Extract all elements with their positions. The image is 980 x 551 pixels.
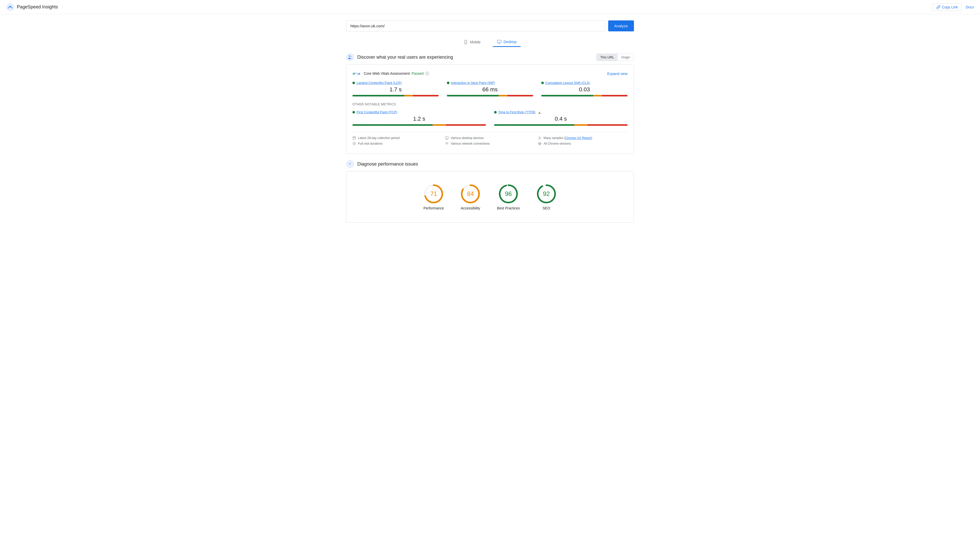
this-url-tab[interactable]: This URL bbox=[597, 54, 617, 61]
users-icon bbox=[538, 136, 542, 140]
other-metrics-grid: First Contentful Paint (FCP) 1.2 s Time … bbox=[352, 110, 628, 126]
other-metrics-label: OTHER NOTABLE METRICS bbox=[352, 103, 628, 106]
best-practices-circle: 96 bbox=[498, 184, 519, 204]
diagnose-section-header: Diagnose performance issues bbox=[346, 160, 634, 168]
url-input[interactable] bbox=[346, 21, 605, 32]
section-title-group: Discover what your real users are experi… bbox=[346, 53, 453, 61]
seo-circle: 92 bbox=[536, 184, 557, 204]
bar-ok bbox=[499, 95, 508, 97]
link-icon bbox=[936, 5, 940, 9]
bar-good bbox=[494, 124, 574, 126]
footer-col-1: Latest 28-day collection period Full vis… bbox=[352, 136, 442, 148]
svg-rect-11 bbox=[353, 137, 356, 139]
docs-link[interactable]: Docs bbox=[966, 5, 974, 9]
svg-point-10 bbox=[359, 73, 360, 74]
mobile-icon bbox=[463, 40, 468, 44]
diagnose-title-group: Diagnose performance issues bbox=[346, 160, 418, 168]
metric-ttfb-name[interactable]: Time to First Byte (TTFB) ▲ bbox=[494, 110, 628, 114]
metric-fcp-dot bbox=[352, 111, 355, 114]
metric-inp: Interaction to Next Paint (INP) 66 ms bbox=[447, 81, 533, 97]
bar-good bbox=[447, 95, 499, 97]
svg-point-1 bbox=[10, 6, 11, 7]
score-accessibility: 84 Accessibility bbox=[460, 184, 480, 210]
metric-cls-dot bbox=[541, 82, 544, 84]
metric-fcp-bar bbox=[352, 124, 486, 126]
ttfb-warn-icon: ▲ bbox=[538, 110, 541, 114]
footer-item-duration: Full visit durations bbox=[352, 142, 442, 145]
diagnose-icon bbox=[346, 160, 354, 168]
diagnose-title: Diagnose performance issues bbox=[357, 162, 418, 167]
svg-point-14 bbox=[539, 137, 540, 138]
desktop-icon bbox=[497, 40, 501, 44]
copy-link-button[interactable]: Copy Link bbox=[932, 3, 962, 11]
metric-inp-dot bbox=[447, 82, 449, 84]
metric-inp-bar bbox=[447, 95, 533, 97]
score-seo: 92 SEO bbox=[536, 184, 557, 210]
bar-good bbox=[352, 124, 433, 126]
copy-link-label: Copy Link bbox=[942, 5, 958, 9]
bar-bad bbox=[587, 124, 628, 126]
metric-fcp-name[interactable]: First Contentful Paint (FCP) bbox=[352, 110, 486, 114]
tab-desktop[interactable]: Desktop bbox=[493, 38, 520, 47]
cwv-title-group: Core Web Vitals Assessment: Passed ⓘ bbox=[352, 71, 429, 77]
metric-inp-name[interactable]: Interaction to Next Paint (INP) bbox=[447, 81, 533, 85]
svg-point-5 bbox=[349, 56, 350, 57]
footer-item-network: Various network connections bbox=[445, 142, 535, 145]
bar-bad bbox=[602, 95, 628, 97]
device-tabs: Mobile Desktop bbox=[346, 38, 634, 47]
score-best-practices: 96 Best Practices bbox=[497, 184, 520, 210]
cwv-info-icon[interactable]: ⓘ bbox=[425, 71, 429, 76]
logo: PageSpeed Insights bbox=[6, 3, 58, 11]
monitor-icon bbox=[445, 136, 449, 140]
header-actions: Copy Link Docs bbox=[932, 3, 974, 11]
origin-tab[interactable]: Origin bbox=[617, 54, 634, 61]
metric-cls-bar bbox=[541, 95, 628, 97]
cwv-header: Core Web Vitals Assessment: Passed ⓘ Exp… bbox=[352, 71, 628, 77]
metric-fcp: First Contentful Paint (FCP) 1.2 s bbox=[352, 110, 486, 126]
real-users-icon bbox=[346, 53, 354, 61]
clock-icon bbox=[352, 142, 356, 145]
accessibility-circle: 84 bbox=[460, 184, 480, 204]
header: PageSpeed Insights Copy Link Docs bbox=[0, 0, 980, 14]
footer-item-collection: Latest 28-day collection period bbox=[352, 136, 442, 140]
metric-lcp-bar bbox=[352, 95, 439, 97]
calendar-icon bbox=[352, 136, 356, 140]
card-footer: Latest 28-day collection period Full vis… bbox=[352, 132, 628, 148]
score-performance: 71 Performance bbox=[423, 184, 444, 210]
accessibility-ring-svg bbox=[460, 184, 480, 204]
metric-cls-name[interactable]: Cumulative Layout Shift (CLS) bbox=[541, 81, 628, 85]
wifi-icon bbox=[445, 142, 449, 145]
best-practices-ring-svg bbox=[498, 184, 519, 204]
chrome-icon bbox=[538, 142, 542, 145]
real-users-section: Discover what your real users are experi… bbox=[346, 53, 634, 154]
people-icon bbox=[348, 55, 353, 60]
metric-lcp-value: 1.7 s bbox=[352, 86, 439, 93]
tab-mobile[interactable]: Mobile bbox=[460, 38, 485, 47]
metric-lcp: Largest Contentful Paint (LCP) 1.7 s bbox=[352, 81, 439, 97]
scores-card: 71 Performance 84 Accessibility bbox=[346, 171, 634, 223]
metric-ttfb-bar bbox=[494, 124, 628, 126]
bar-ok bbox=[404, 95, 413, 97]
bar-bad bbox=[446, 124, 486, 126]
metric-lcp-name[interactable]: Largest Contentful Paint (LCP) bbox=[352, 81, 439, 85]
mobile-tab-label: Mobile bbox=[470, 40, 480, 44]
bar-ok bbox=[574, 124, 587, 126]
desktop-tab-label: Desktop bbox=[504, 40, 517, 44]
main-content: Analyze Mobile Desktop bbox=[342, 14, 638, 235]
bar-good bbox=[352, 95, 404, 97]
chrome-ux-report-link[interactable]: Chrome UX Report bbox=[565, 136, 591, 140]
diagnose-section: Diagnose performance issues 71 Performan… bbox=[346, 160, 634, 223]
analyze-button[interactable]: Analyze bbox=[608, 21, 634, 32]
performance-circle: 71 bbox=[423, 184, 444, 204]
bar-good bbox=[541, 95, 593, 97]
cwv-status: Passed bbox=[412, 71, 424, 76]
bar-indicator bbox=[510, 124, 511, 126]
bar-indicator bbox=[591, 95, 592, 97]
footer-item-devices: Various desktop devices bbox=[445, 136, 535, 140]
expand-view-link[interactable]: Expand view bbox=[608, 72, 628, 76]
app-title: PageSpeed Insights bbox=[17, 4, 58, 10]
bar-ok bbox=[433, 124, 446, 126]
section-header-real-users: Discover what your real users are experi… bbox=[346, 53, 634, 61]
seo-ring-svg bbox=[536, 184, 557, 204]
scores-grid: 71 Performance 84 Accessibility bbox=[352, 178, 628, 216]
